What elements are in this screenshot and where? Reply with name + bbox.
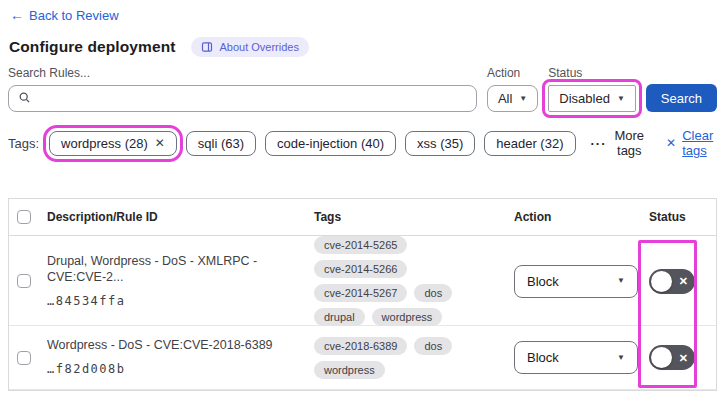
action-filter-column: Action All ▼ [487, 66, 538, 112]
rules-table: Description/Rule ID Tags Action Status D… [8, 198, 717, 391]
tags-label: Tags: [8, 136, 39, 151]
about-overrides-label: About Overrides [219, 41, 298, 53]
back-link-label: Back to Review [29, 8, 119, 23]
column-header-status: Status [641, 210, 716, 224]
page-title: Configure deployment [9, 38, 175, 56]
column-header-tags: Tags [306, 210, 506, 224]
rule-id: …f82d008b [47, 361, 292, 377]
action-filter-label: Action [487, 66, 538, 80]
action-select[interactable]: Block ▼ [514, 265, 638, 298]
rule-description-cell: Wordpress - DoS - CVE:CVE-2018-6389 …f82… [39, 337, 306, 377]
search-rules-input[interactable] [37, 91, 467, 106]
action-select-value: Block [527, 274, 559, 289]
book-icon [201, 41, 213, 53]
configure-deployment-page: ← Back to Review Configure deployment Ab… [0, 0, 725, 391]
tag-chip-label: wordpress (28) [61, 136, 148, 151]
rule-tag-pill: cve-2014-5267 [314, 284, 407, 302]
chevron-down-icon: ▼ [519, 95, 527, 103]
header-checkbox-cell [9, 210, 39, 224]
clear-tags-link[interactable]: ✕ Clear tags [666, 128, 717, 158]
search-rules-label: Search Rules... [8, 66, 477, 80]
rule-description-cell: Drupal, Wordpress - DoS - XMLRPC - CVE:C… [39, 253, 306, 310]
rule-status-cell: ✕ [641, 345, 716, 370]
table-row: Drupal, Wordpress - DoS - XMLRPC - CVE:C… [9, 236, 716, 326]
rule-action-cell: Block ▼ [506, 341, 641, 374]
tag-chip-wordpress-selected[interactable]: wordpress (28) ✕ [49, 131, 177, 156]
column-header-description: Description/Rule ID [39, 210, 306, 224]
rule-tag-pill: wordpress [314, 361, 385, 379]
rule-tag-pill: cve-2014-5266 [314, 260, 407, 278]
action-dropdown-value: All [498, 91, 512, 106]
tags-bar: Tags: wordpress (28) ✕ sqli (63) code-in… [8, 128, 717, 158]
table-row: Wordpress - DoS - CVE:CVE-2018-6389 …f82… [9, 326, 716, 390]
status-dropdown[interactable]: Disabled ▼ [548, 85, 636, 112]
about-overrides-badge[interactable]: About Overrides [191, 37, 308, 57]
row-checkbox-cell [9, 351, 39, 365]
back-to-review-link[interactable]: ← Back to Review [10, 7, 119, 23]
status-toggle-off[interactable]: ✕ [649, 345, 695, 370]
tag-chip-sqli[interactable]: sqli (63) [186, 131, 256, 156]
rule-action-cell: Block ▼ [506, 265, 641, 298]
rule-tag-pill: dos [414, 337, 452, 355]
row-checkbox[interactable] [17, 274, 31, 288]
status-filter-column: Status Disabled ▼ [548, 66, 636, 112]
search-icon [18, 90, 31, 108]
tag-chip-header[interactable]: header (32) [484, 131, 575, 156]
status-dropdown-value: Disabled [559, 91, 610, 106]
toggle-x-icon: ✕ [679, 352, 688, 363]
status-filter-label: Status [548, 66, 636, 80]
remove-tag-icon[interactable]: ✕ [155, 136, 165, 150]
select-all-checkbox[interactable] [17, 210, 31, 224]
rule-tag-pill: cve-2014-5265 [314, 236, 407, 254]
tag-chip-xss[interactable]: xss (35) [405, 131, 475, 156]
more-tags-label: More tags [614, 128, 646, 158]
table-header-row: Description/Rule ID Tags Action Status [9, 199, 716, 236]
toggle-knob [651, 271, 672, 292]
filters-row: Search Rules... Action All ▼ Status [8, 66, 717, 112]
rule-tags-cell: cve-2014-5265 cve-2014-5266 cve-2014-526… [306, 236, 506, 326]
rule-description: Wordpress - DoS - CVE:CVE-2018-6389 [47, 337, 292, 354]
rule-tag-pill: cve-2018-6389 [314, 337, 407, 355]
rule-tag-pill: dos [414, 284, 452, 302]
rule-tag-pill: drupal [314, 308, 365, 326]
search-box [8, 85, 477, 112]
rule-id: …84534ffa [47, 293, 292, 309]
clear-tags-label: Clear tags [682, 128, 717, 158]
search-column: Search Rules... [8, 66, 477, 112]
row-checkbox[interactable] [17, 351, 31, 365]
rule-description: Drupal, Wordpress - DoS - XMLRPC - CVE:C… [47, 253, 292, 287]
title-row: Configure deployment About Overrides [9, 37, 717, 57]
chevron-down-icon: ▼ [617, 277, 625, 285]
chevron-down-icon: ▼ [617, 95, 625, 103]
tag-chip-code-injection[interactable]: code-injection (40) [265, 131, 396, 156]
toggle-x-icon: ✕ [679, 276, 688, 287]
action-select-value: Block [527, 350, 559, 365]
search-button[interactable]: Search [646, 84, 717, 112]
status-toggle-off[interactable]: ✕ [649, 269, 695, 294]
ellipsis-icon: ··· [591, 136, 607, 151]
toggle-knob [651, 347, 672, 368]
column-header-action: Action [506, 210, 641, 224]
rule-status-cell: ✕ [641, 269, 716, 294]
more-tags-button[interactable]: ··· More tags [591, 128, 646, 158]
rule-tag-pill: wordpress [372, 308, 443, 326]
chevron-down-icon: ▼ [617, 354, 625, 362]
rule-tags-cell: cve-2018-6389 dos wordpress [306, 337, 506, 379]
back-arrow-icon: ← [10, 7, 24, 23]
action-select[interactable]: Block ▼ [514, 341, 638, 374]
action-dropdown[interactable]: All ▼ [487, 85, 538, 112]
row-checkbox-cell [9, 274, 39, 288]
clear-icon: ✕ [666, 136, 676, 150]
